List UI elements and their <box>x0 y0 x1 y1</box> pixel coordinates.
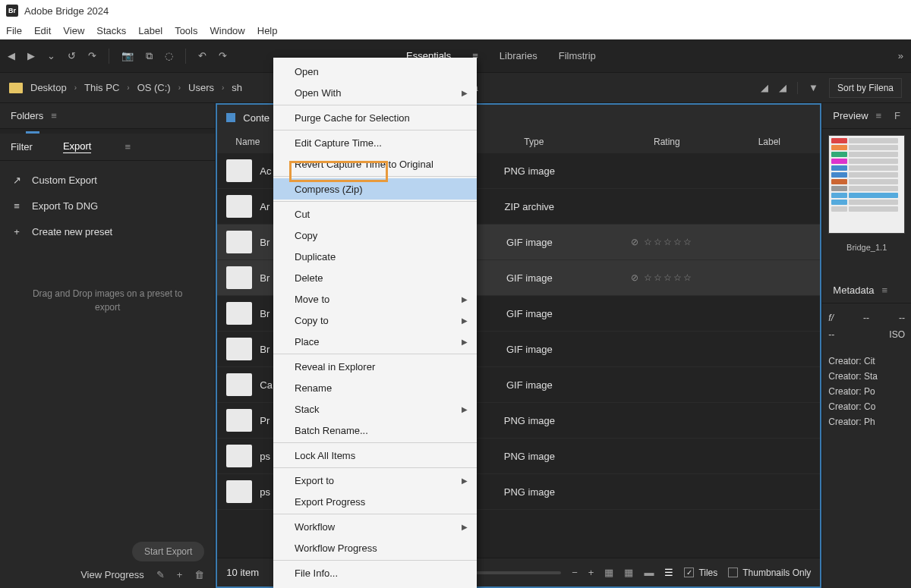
bc-users[interactable]: Users <box>188 82 214 93</box>
forward-icon[interactable]: ▶ <box>27 50 35 61</box>
col-rating[interactable]: Rating <box>606 137 727 147</box>
pencil-icon[interactable]: ✎ <box>156 569 165 580</box>
view-list-icon[interactable]: ▬ <box>644 567 654 578</box>
filter-export-row: Filter Export ≡ <box>0 134 215 161</box>
menu-item-edit-capture-time-[interactable]: Edit Capture Time... <box>273 132 477 153</box>
view-progress-label[interactable]: View Progress <box>80 569 144 580</box>
redo-icon[interactable]: ↷ <box>219 50 227 61</box>
dash: -- <box>828 329 834 340</box>
zoom-in-icon[interactable]: + <box>588 567 594 578</box>
preview-head[interactable]: Preview ≡ F <box>822 103 911 129</box>
sort-button[interactable]: Sort by Filena <box>829 78 902 98</box>
plus-icon[interactable]: + <box>177 569 183 580</box>
app-title: Adobe Bridge 2024 <box>24 5 109 17</box>
file-rating[interactable]: ⊘ ☆☆☆☆☆ <box>601 272 723 283</box>
bc-drive[interactable]: OS (C:) <box>137 82 171 93</box>
menu-item-batch-rename-[interactable]: Batch Rename... <box>273 420 477 441</box>
creators-list: Creator: Cit Creator: Sta Creator: Po Cr… <box>822 349 911 434</box>
menu-item-file-info-[interactable]: File Info... <box>273 562 477 583</box>
right-panel: Preview ≡ F Bridge_1.1 Metadata ≡ f/----… <box>821 103 911 588</box>
trash-icon[interactable]: 🗑 <box>194 569 204 580</box>
menu-item-open-with[interactable]: Open With▶ <box>273 82 477 103</box>
up-icon[interactable]: ⌄ <box>47 50 55 61</box>
folders-panel-head[interactable]: Folders ≡ <box>0 103 215 129</box>
start-export-button[interactable]: Start Export <box>132 542 204 561</box>
custom-export-item[interactable]: ↗Custom Export <box>0 167 215 193</box>
metadata-head[interactable]: Metadata ≡ <box>822 278 911 303</box>
more-icon[interactable]: » <box>898 50 903 61</box>
view-grid-icon[interactable]: ▦ <box>604 567 613 578</box>
menu-item-revert-capture-time-to-original[interactable]: Revert Capture Time to Original <box>273 153 477 175</box>
menu-item-rename[interactable]: Rename <box>273 377 477 398</box>
menu-item-delete[interactable]: Delete <box>273 267 477 288</box>
label: Tiles <box>698 568 717 578</box>
menu-edit[interactable]: Edit <box>34 25 51 36</box>
thumbnail <box>226 159 252 182</box>
create-preset-item[interactable]: +Create new preset <box>0 219 215 244</box>
col-label[interactable]: Label <box>727 137 811 147</box>
menu-item-export-progress[interactable]: Export Progress <box>273 491 477 512</box>
history-icon[interactable]: ↺ <box>68 50 76 61</box>
app-icon: Br <box>6 5 18 17</box>
menu-item-workflow-progress[interactable]: Workflow Progress <box>273 537 477 558</box>
hamburger-icon[interactable]: ≡ <box>882 285 888 296</box>
menu-item-lock-all-items[interactable]: Lock All Items <box>273 445 477 466</box>
menu-file[interactable]: File <box>6 25 22 36</box>
hamburger-icon[interactable]: ≡ <box>876 110 882 121</box>
filter-tab[interactable]: Filter <box>11 141 33 153</box>
checkbox-icon <box>728 568 738 577</box>
hamburger-icon[interactable]: ≡ <box>51 110 57 121</box>
menu-stacks[interactable]: Stacks <box>96 25 126 36</box>
copy-icon[interactable]: ⧉ <box>146 50 153 62</box>
col-type[interactable]: Type <box>462 137 606 147</box>
separator <box>185 49 186 64</box>
hamburger-icon[interactable]: ≡ <box>125 141 131 153</box>
thumbs-checkbox[interactable]: Thumbnails Only <box>728 568 811 578</box>
bc-user[interactable]: sh <box>232 82 242 93</box>
sort-desc-icon[interactable]: ◢ <box>779 82 786 93</box>
menu-item-copy-to[interactable]: Copy to▶ <box>273 310 477 331</box>
export-dng-item[interactable]: ≡Export To DNG <box>0 193 215 219</box>
export-tab[interactable]: Export <box>63 140 92 153</box>
thumbnail <box>226 338 252 360</box>
thumbnail <box>226 373 252 396</box>
boomerang-icon[interactable]: ↷ <box>88 50 96 61</box>
view-details-icon[interactable]: ☰ <box>664 567 673 578</box>
menu-item-place[interactable]: Place▶ <box>273 331 477 352</box>
menu-item-move-to[interactable]: Move to▶ <box>273 288 477 310</box>
creator-row: Creator: Cit <box>828 354 905 369</box>
menu-tools[interactable]: Tools <box>175 25 197 36</box>
view-grid2-icon[interactable]: ▦ <box>624 567 633 578</box>
menu-help[interactable]: Help <box>257 25 278 36</box>
bc-desktop[interactable]: Desktop <box>30 82 67 93</box>
menu-item-copy[interactable]: Copy <box>273 225 477 246</box>
menu-item-cut[interactable]: Cut <box>273 203 477 225</box>
menu-item-stack[interactable]: Stack▶ <box>273 398 477 420</box>
menu-item-purge-cache-for-selection[interactable]: Purge Cache for Selection <box>273 107 477 128</box>
menu-item-workflow[interactable]: Workflow▶ <box>273 516 477 537</box>
back-icon[interactable]: ◀ <box>8 50 15 61</box>
funnel-icon[interactable]: ▼ <box>809 82 818 93</box>
menu-item-duplicate[interactable]: Duplicate <box>273 246 477 267</box>
camera-icon[interactable]: 📷 <box>121 50 134 61</box>
file-type: GIF image <box>457 344 601 355</box>
file-rating[interactable]: ⊘ ☆☆☆☆☆ <box>601 237 723 247</box>
undo-icon[interactable]: ↶ <box>198 50 206 61</box>
tab-filmstrip[interactable]: Filmstrip <box>559 50 596 61</box>
menu-item-label[interactable]: Label▶ <box>273 583 477 588</box>
menu-item-export-to[interactable]: Export to▶ <box>273 470 477 491</box>
tiles-checkbox[interactable]: ✓Tiles <box>684 568 717 578</box>
sort-asc-icon[interactable]: ◢ <box>761 82 768 93</box>
menu-item-reveal-in-explorer[interactable]: Reveal in Explorer <box>273 356 477 377</box>
bc-thispc[interactable]: This PC <box>84 82 119 93</box>
zoom-out-icon[interactable]: − <box>572 567 578 578</box>
menu-separator <box>273 105 477 105</box>
menu-window[interactable]: Window <box>210 25 245 36</box>
tab-libraries[interactable]: Libraries <box>500 50 537 61</box>
refresh-icon[interactable]: ◌ <box>165 50 173 61</box>
menu-item-compress-zip-[interactable]: Compress (Zip) <box>273 178 477 200</box>
menu-item-open[interactable]: Open <box>273 61 477 82</box>
menu-label[interactable]: Label <box>138 25 162 36</box>
menu-view[interactable]: View <box>63 25 84 36</box>
thumb-size-slider[interactable] <box>470 571 561 574</box>
